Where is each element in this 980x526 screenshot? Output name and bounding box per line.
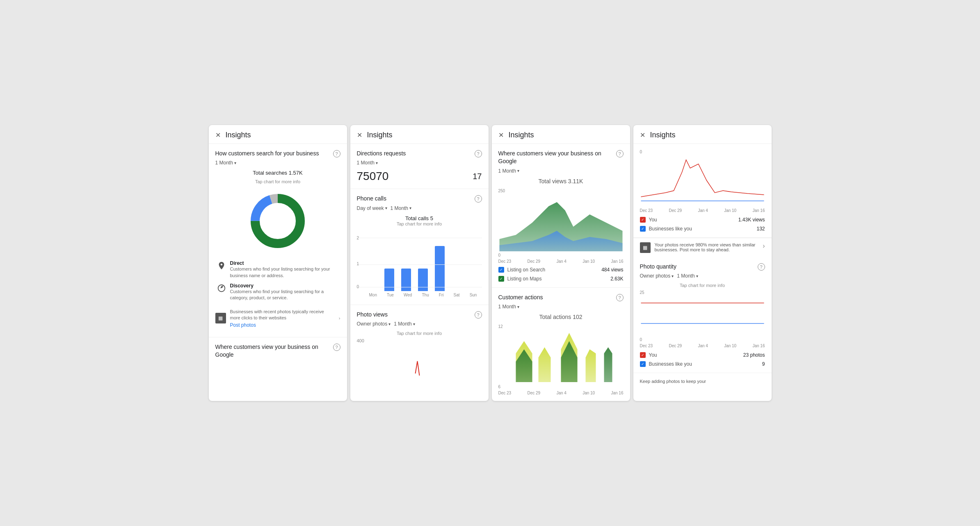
where-customers-view-section: Where customers view your business on Go… <box>209 337 347 367</box>
where-view-help-icon[interactable]: ? <box>616 150 624 157</box>
panel-4-title: Insights <box>650 131 676 139</box>
promo-photos-text: Your photos receive 980% more views than… <box>655 242 759 252</box>
bar-wed <box>398 234 415 291</box>
main-container: ✕ Insights How customers search for your… <box>207 123 773 403</box>
customer-actions-chart <box>498 329 624 382</box>
how-customers-help-icon[interactable]: ? <box>333 150 340 157</box>
you-views-value: 1.43K views <box>738 217 765 223</box>
total-actions: Total actions 102 <box>498 314 624 320</box>
phone-calls-bar-chart[interactable]: 2 1 0 Mon <box>357 230 482 299</box>
y-label-2: 2 <box>357 236 359 240</box>
post-photos-promo[interactable]: ▦ Businesses with recent photos typicall… <box>215 305 340 331</box>
views-line-chart <box>640 156 765 205</box>
directions-help-icon[interactable]: ? <box>475 150 482 157</box>
photo-quantity-filter-row: Owner photos 1 Month <box>640 273 765 279</box>
directions-numbers: 75070 17 <box>357 170 482 183</box>
photo-views-filter-row: Owner photos 1 Month <box>357 321 482 327</box>
biz-photos-metric: ✓ Businesses like you 9 <box>640 361 765 367</box>
biz-views-checkbox[interactable]: ✓ <box>640 226 646 232</box>
total-searches: Total searches 1.57K <box>215 170 340 176</box>
listing-maps-metric: ✓ Listing on Maps 2.63K <box>498 276 624 282</box>
photo-views-filter1[interactable]: Owner photos <box>357 321 391 327</box>
customer-actions-section: Customer actions ? 1 Month Total actions… <box>492 288 630 401</box>
customer-actions-filter: 1 Month <box>498 304 624 310</box>
keep-adding-text: Keep adding photos to keep your <box>640 379 765 384</box>
panel-4: ✕ Insights 0 Dec 23 Dec 29 Jan 4 Jan 10 … <box>633 125 772 401</box>
discovery-desc: Customers who find your listing searchin… <box>230 289 339 301</box>
pin-icon <box>217 261 226 270</box>
panel-1-close[interactable]: ✕ <box>215 131 221 139</box>
biz-photos-checkbox[interactable]: ✓ <box>640 361 646 367</box>
direct-label: Direct <box>230 260 339 266</box>
how-customers-search-section: How customers search for your business ?… <box>209 144 347 337</box>
keep-adding-section: Keep adding photos to keep your <box>633 373 772 389</box>
listing-maps-checkbox[interactable]: ✓ <box>498 276 504 282</box>
directions-side-num: 17 <box>473 172 482 181</box>
actions-y-6: 6 <box>498 385 624 389</box>
bar-tue <box>381 234 398 291</box>
where-view-filter-btn[interactable]: 1 Month <box>498 168 519 174</box>
photo-views-help-icon[interactable]: ? <box>475 311 482 319</box>
panel-3-title: Insights <box>509 131 534 139</box>
how-customers-filter-row: 1 Month <box>215 160 340 166</box>
photo-views-filter2[interactable]: 1 Month <box>394 321 415 327</box>
where-view-chart-area: 250 <box>498 189 624 264</box>
photo-quantity-filter2[interactable]: 1 Month <box>677 273 698 279</box>
listing-search-checkbox[interactable]: ✓ <box>498 267 504 273</box>
phone-calls-filter1[interactable]: Day of week <box>357 205 387 211</box>
customer-actions-chart-area: 12 <box>498 324 624 395</box>
photo-quantity-help-icon[interactable]: ? <box>758 263 765 271</box>
donut-chart-container[interactable] <box>215 188 340 254</box>
you-views-checkbox[interactable]: ✓ <box>640 217 646 223</box>
bars-container <box>357 234 482 291</box>
promo-film-icon: ▦ <box>640 242 651 253</box>
directions-filter-row: 1 Month <box>357 160 482 166</box>
customer-actions-help-icon[interactable]: ? <box>616 294 624 301</box>
svg-marker-8 <box>585 349 596 382</box>
panel-2-close[interactable]: ✕ <box>357 131 362 139</box>
where-view-y-min: 0 <box>498 253 624 257</box>
panel-4-close[interactable]: ✕ <box>640 131 645 139</box>
you-photos-checkbox[interactable]: ✓ <box>640 352 646 358</box>
promo-photos-section[interactable]: ▦ Your photos receive 980% more views th… <box>633 238 772 257</box>
promo-arrow-icon: › <box>763 242 765 250</box>
you-photos-label: You <box>649 352 657 358</box>
panel-3-body: Where customers view your business on Go… <box>492 144 630 401</box>
phone-calls-filter2[interactable]: 1 Month <box>391 205 411 211</box>
customer-actions-filter-btn[interactable]: 1 Month <box>498 304 519 310</box>
directions-title: Directions requests ? <box>357 150 482 158</box>
bar-chart-area: 2 1 0 <box>357 234 482 291</box>
tap-chart-phone: Tap chart for more info <box>357 221 482 226</box>
photo-views-section: Photo views ? Owner photos 1 Month Tap c… <box>350 305 489 385</box>
how-customers-search-title: How customers search for your business ? <box>215 150 340 158</box>
bar-sat <box>448 234 465 291</box>
views-y-start: 0 <box>640 150 765 154</box>
phone-calls-title: Phone calls ? <box>357 195 482 203</box>
photo-qty-x-labels: Dec 23 Dec 29 Jan 4 Jan 10 Jan 16 <box>640 342 765 348</box>
directions-filter-btn[interactable]: 1 Month <box>357 160 378 166</box>
where-view-section: Where customers view your business on Go… <box>492 144 630 288</box>
panel-1-header: ✕ Insights <box>209 125 347 144</box>
biz-views-value: 132 <box>756 226 765 232</box>
listing-search-metric: ✓ Listing on Search 484 views <box>498 267 624 273</box>
phone-calls-section: Phone calls ? Day of week 1 Month Total … <box>350 189 489 305</box>
legend-direct: Direct Customers who find your listing s… <box>215 260 340 279</box>
panel-1-title: Insights <box>226 131 251 139</box>
how-customers-filter-btn[interactable]: 1 Month <box>215 160 236 166</box>
where-customers-help-icon[interactable]: ? <box>333 344 340 351</box>
photo-quantity-filter1[interactable]: Owner photos <box>640 273 674 279</box>
biz-photos-value: 9 <box>762 361 765 367</box>
panel-1-body: How customers search for your business ?… <box>209 144 347 367</box>
bar-x-labels: Mon Tue Wed Thu Fri Sat Sun <box>357 291 482 299</box>
post-photos-link[interactable]: Post photos <box>230 322 335 328</box>
panel-3-close[interactable]: ✕ <box>498 131 504 139</box>
where-view-x-labels: Dec 23 Dec 29 Jan 4 Jan 10 Jan 16 <box>498 257 624 264</box>
svg-marker-9 <box>604 347 612 382</box>
phone-calls-help-icon[interactable]: ? <box>475 195 482 203</box>
panel-1: ✕ Insights How customers search for your… <box>209 125 347 401</box>
panel-3: ✕ Insights Where customers view your bus… <box>492 125 630 401</box>
legend-discovery: Discovery Customers who find your listin… <box>215 283 340 301</box>
photo-views-title: Photo views ? <box>357 311 482 319</box>
total-calls: Total calls 5 <box>357 215 482 221</box>
listing-search-label: Listing on Search <box>507 267 546 273</box>
